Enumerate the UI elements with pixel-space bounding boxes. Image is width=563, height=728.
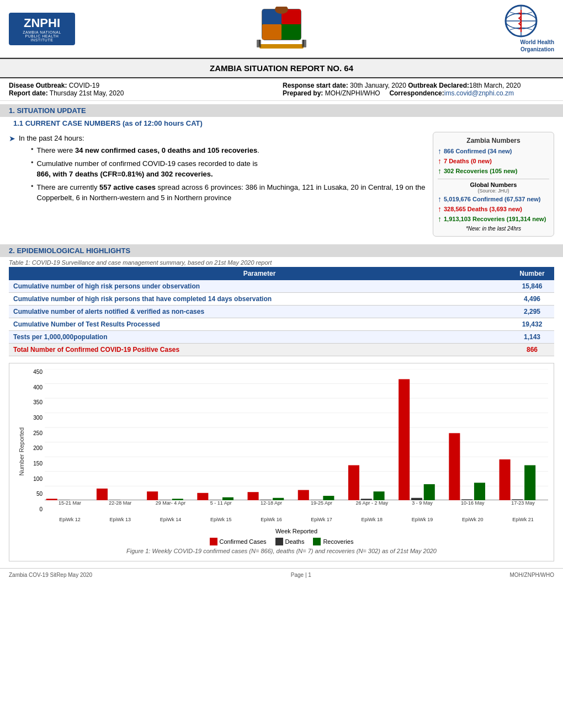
zambia-confirmed-text: 866 Confirmed (34 new) xyxy=(444,148,512,154)
report-date: Report date: Thursday 21st May, 2020 xyxy=(9,89,280,97)
znphi-logo: ZNPHIZAMBIA NATIONAL PUBLIC HEALTH INSTI… xyxy=(9,7,75,51)
table-cell-number-0: 15,846 xyxy=(510,280,554,293)
bullets-container: There were 34 new confirmed cases, 0 dea… xyxy=(9,145,427,204)
legend-confirmed-label: Confirmed Cases xyxy=(220,538,267,545)
zambia-recoveries-text: 302 Recoveries (105 new) xyxy=(444,168,517,174)
global-note: *New: in the last 24hrs xyxy=(438,226,549,232)
svg-rect-40 xyxy=(248,492,259,500)
zambia-recoveries-row: ↑ 302 Recoveries (105 new) xyxy=(438,167,549,175)
x-date-label: 17-23 May xyxy=(498,500,548,517)
x-date-label: 22-28 Mar xyxy=(95,500,145,517)
bullet-1: There were 34 new confirmed cases, 0 dea… xyxy=(18,145,427,156)
x-axis-title: Week Reported xyxy=(45,528,548,534)
zambia-coat-of-arms xyxy=(254,7,309,51)
who-text: World Health Organization xyxy=(488,39,554,53)
x-date-label: 19-25 Apr xyxy=(296,500,347,517)
y-axis-label: Number Reported xyxy=(18,427,25,475)
table-cell-param-5: Total Number of Confirmed COVID-19 Posit… xyxy=(9,344,510,356)
y-tick-400: 400 xyxy=(33,384,43,390)
svg-rect-43 xyxy=(298,490,309,500)
page-header: ZNPHIZAMBIA NATIONAL PUBLIC HEALTH INSTI… xyxy=(0,0,563,58)
zambia-confirmed-row: ↑ 866 Confirmed (34 new) xyxy=(438,147,549,156)
col-number: Number xyxy=(510,267,554,280)
intro-text: In the past 24 hours: xyxy=(19,134,84,142)
svg-rect-37 xyxy=(197,493,208,500)
section1-header: 1. SITUATION UPDATE xyxy=(0,104,563,117)
y-tick-50: 50 xyxy=(36,491,43,497)
y-axis-label-container: Number Reported xyxy=(15,369,28,534)
disease-outbreak: Disease Outbreak: COVID-19 xyxy=(9,82,280,89)
x-epiwk-label: EpiWk 17 xyxy=(296,517,347,527)
table-cell-number-2: 2,295 xyxy=(510,306,554,318)
left-content: ➤ In the past 24 hours: There were 34 ne… xyxy=(9,132,427,237)
footer-left: Zambia COV-19 SitRep May 2020 xyxy=(9,572,92,578)
global-deaths-text: 328,565 Deaths (3,693 new) xyxy=(444,206,522,212)
y-tick-450: 450 xyxy=(33,369,43,375)
chart-legend: Confirmed Cases Deaths Recoveries xyxy=(15,538,548,545)
table-header-row: Parameter Number xyxy=(9,267,554,280)
svg-rect-51 xyxy=(424,484,435,500)
y-tick-250: 250 xyxy=(33,430,43,436)
x-epiwk-label: EpiWk 12 xyxy=(45,517,95,527)
x-axis-dates: 15-21 Mar22-28 Mar29 Mar- 4 Apr5 - 11 Ap… xyxy=(45,500,548,517)
table-row-4: Tests per 1,000,000population1,143 xyxy=(9,331,554,344)
global-deaths-row: ↑ 328,565 Deaths (3,693 new) xyxy=(438,205,549,213)
svg-rect-11 xyxy=(302,40,306,47)
main-content-area: ➤ In the past 24 hours: There were 34 ne… xyxy=(0,130,563,239)
x-epiwk-label: EpiWk 15 xyxy=(196,517,246,527)
svg-rect-45 xyxy=(323,496,334,500)
svg-rect-52 xyxy=(449,433,460,500)
page-footer: Zambia COV-19 SitRep May 2020 Page | 1 M… xyxy=(0,568,563,581)
y-axis-ticks: 450 400 350 300 250 200 150 100 50 0 xyxy=(28,369,45,534)
bullet-3: There are currently 557 active cases spr… xyxy=(18,182,427,204)
up-arrow-recoveries: ↑ xyxy=(438,167,442,175)
coat-of-arms-svg xyxy=(257,7,306,51)
svg-rect-55 xyxy=(500,459,511,500)
up-arrow-confirmed: ↑ xyxy=(438,147,442,156)
table-caption: Table 1: COVID-19 Surveillance and case … xyxy=(9,259,554,266)
svg-rect-48 xyxy=(374,491,385,500)
bar-chart-svg xyxy=(45,369,548,500)
who-logo-svg xyxy=(504,4,538,38)
y-tick-0: 0 xyxy=(39,506,43,512)
svg-rect-9 xyxy=(259,44,304,49)
table-cell-param-4: Tests per 1,000,000population xyxy=(9,331,510,344)
table-cell-number-4: 1,143 xyxy=(510,331,554,344)
x-epiwk-label: EpiWk 20 xyxy=(448,517,498,527)
x-epiwk-label: EpiWk 13 xyxy=(95,517,145,527)
table-cell-param-3: Cumulative Number of Test Results Proces… xyxy=(9,318,510,331)
table-cell-number-5: 866 xyxy=(510,344,554,356)
table-row-3: Cumulative Number of Test Results Proces… xyxy=(9,318,554,331)
zambia-numbers-title: Zambia Numbers xyxy=(438,137,549,144)
x-epiwk-label: EpiWk 14 xyxy=(145,517,195,527)
y-tick-100: 100 xyxy=(33,476,43,482)
svg-rect-54 xyxy=(474,483,485,500)
source-text: (Source: JHU) xyxy=(438,188,549,194)
global-up-arrow-deaths: ↑ xyxy=(438,205,442,213)
legend-recoveries-label: Recoveries xyxy=(323,538,353,545)
x-date-label: 29 Mar- 4 Apr xyxy=(145,500,195,517)
x-epiwk-label: EpiWk 19 xyxy=(397,517,447,527)
x-epiwk-label: EpiWk 16 xyxy=(246,517,296,527)
y-tick-150: 150 xyxy=(33,461,43,467)
meta-info-section: Disease Outbreak: COVID-19 Report date: … xyxy=(0,78,563,101)
global-confirmed-text: 5,019,676 Confirmed (67,537 new) xyxy=(444,196,540,202)
x-date-label: 12-18 Apr xyxy=(246,500,296,517)
table-cell-number-3: 19,432 xyxy=(510,318,554,331)
correspondence-link[interactable]: ims.covid@znphi.co.zm xyxy=(444,89,514,97)
epidemiology-table: Parameter Number Cumulative number of hi… xyxy=(9,267,554,356)
bullet-2-text: Cumulative number of confirmed COVID-19 … xyxy=(37,158,427,180)
x-date-label: 15-21 Mar xyxy=(45,500,95,517)
legend-confirmed: Confirmed Cases xyxy=(210,538,267,545)
y-tick-200: 200 xyxy=(33,445,43,451)
x-axis-epiwks: EpiWk 12EpiWk 13EpiWk 14EpiWk 15EpiWk 16… xyxy=(45,517,548,527)
section2-header: 2. EPIDEMIOLOGICAL HIGHLIGHTS xyxy=(0,244,563,257)
table-row-5: Total Number of Confirmed COVID-19 Posit… xyxy=(9,344,554,356)
response-start: Response start date: 30th January, 2020 … xyxy=(283,82,554,89)
svg-rect-10 xyxy=(257,40,261,47)
legend-confirmed-color xyxy=(210,538,217,545)
chart-svg-container: 15-21 Mar22-28 Mar29 Mar- 4 Apr5 - 11 Ap… xyxy=(45,369,548,534)
footer-right: MOH/ZNPH/WHO xyxy=(509,572,554,578)
x-epiwk-label: EpiWk 18 xyxy=(347,517,397,527)
global-up-arrow-recoveries: ↑ xyxy=(438,215,442,223)
